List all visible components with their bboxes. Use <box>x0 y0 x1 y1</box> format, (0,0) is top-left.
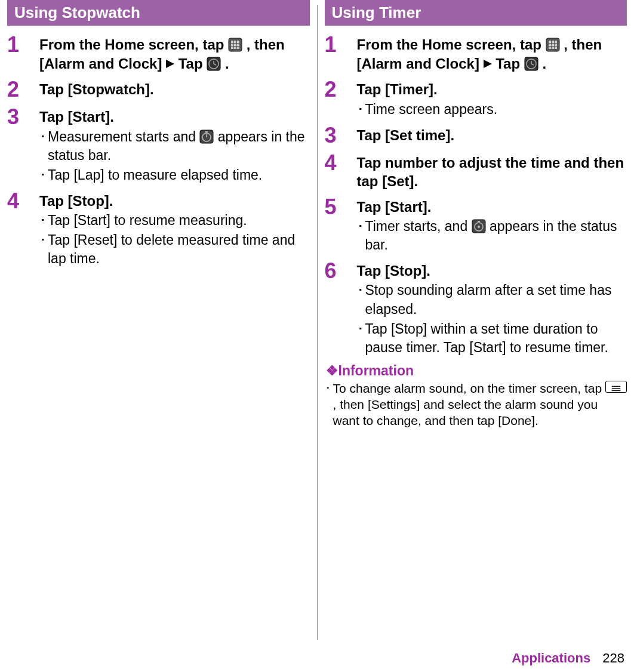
svg-rect-26 <box>549 47 551 49</box>
step-number: 1 <box>7 34 39 56</box>
arrow-right-icon <box>484 54 492 72</box>
step-sub: Measurement starts and appears in the st… <box>39 128 310 165</box>
information-text: To change alarm sound, on the timer scre… <box>325 380 627 429</box>
left-column: Using Stopwatch 1 From the Home screen, … <box>0 0 317 645</box>
step-sub: Timer starts, and appears in the status … <box>357 217 627 254</box>
step-number: 3 <box>7 106 39 128</box>
step: 2 Tap [Timer]. Time screen appears. <box>325 79 627 118</box>
step: 1 From the Home screen, tap , then [Alar… <box>7 34 310 73</box>
svg-rect-21 <box>552 41 554 43</box>
section-title-timer: Using Timer <box>325 0 627 26</box>
timer-statusbar-icon <box>472 219 486 233</box>
step-main: From the Home screen, tap , then [Alarm … <box>39 35 310 73</box>
step: 2 Tap [Stopwatch]. <box>7 79 310 100</box>
svg-point-36 <box>478 226 480 228</box>
step-main: Tap number to adjust the time and then t… <box>357 153 627 190</box>
step-sub: Time screen appears. <box>357 100 627 119</box>
svg-rect-27 <box>552 47 554 49</box>
step-number: 1 <box>325 34 357 56</box>
step: 3 Tap [Start]. Measurement starts and ap… <box>7 106 310 184</box>
step-sub: Tap [Start] to resume measuring. <box>39 211 310 230</box>
right-column: Using Timer 1 From the Home screen, tap … <box>318 0 635 645</box>
svg-rect-3 <box>237 41 239 43</box>
step: 5 Tap [Start]. Timer starts, and appears… <box>325 196 627 254</box>
svg-rect-22 <box>555 41 557 43</box>
step-main: Tap [Set time]. <box>357 126 627 144</box>
arrow-right-icon <box>166 54 174 72</box>
step-sub: Tap [Reset] to delete measured time and … <box>39 231 310 268</box>
svg-rect-37 <box>478 221 480 222</box>
step: 3 Tap [Set time]. <box>325 125 627 146</box>
clock-icon <box>207 57 221 71</box>
svg-rect-5 <box>234 44 236 46</box>
step-number: 6 <box>325 260 357 282</box>
svg-rect-24 <box>552 44 554 46</box>
svg-rect-28 <box>555 47 557 49</box>
clock-icon <box>524 57 538 71</box>
information-heading: ❖Information <box>326 363 627 379</box>
svg-rect-23 <box>549 44 551 46</box>
step: 6 Tap [Stop]. Stop sounding alarm after … <box>325 260 627 356</box>
step-sub: Tap [Lap] to measure elapsed time. <box>39 166 310 184</box>
step-number: 2 <box>7 79 39 100</box>
step-main: From the Home screen, tap , then [Alarm … <box>357 35 627 73</box>
section-title-stopwatch: Using Stopwatch <box>7 0 310 26</box>
step-main: Tap [Stop]. <box>357 261 627 280</box>
svg-marker-10 <box>166 60 174 68</box>
apps-grid-icon <box>228 38 242 52</box>
svg-rect-1 <box>231 41 233 43</box>
step-main: Tap [Start]. <box>39 107 310 126</box>
step-main: Tap [Stopwatch]. <box>39 80 310 98</box>
step: 4 Tap [Stop]. Tap [Start] to resume meas… <box>7 190 310 268</box>
page-footer: Applications 228 <box>0 645 634 672</box>
stopwatch-statusbar-icon <box>199 130 214 144</box>
svg-rect-7 <box>231 47 233 49</box>
svg-rect-20 <box>549 41 551 43</box>
svg-rect-6 <box>237 44 239 46</box>
step-number: 5 <box>325 196 357 218</box>
step-number: 3 <box>325 125 357 146</box>
step-main: Tap [Stop]. <box>39 192 310 210</box>
svg-rect-4 <box>231 44 233 46</box>
apps-grid-icon <box>546 38 560 52</box>
svg-rect-2 <box>234 41 236 43</box>
step-number: 4 <box>325 152 357 174</box>
footer-section: Applications <box>512 651 590 665</box>
step: 1 From the Home screen, tap , then [Alar… <box>325 34 627 73</box>
menu-key-icon <box>605 381 627 393</box>
svg-rect-17 <box>205 131 208 132</box>
step-number: 2 <box>325 79 357 100</box>
svg-rect-25 <box>555 44 557 46</box>
step-sub: Stop sounding alarm after a set time has… <box>357 281 627 318</box>
step-number: 4 <box>7 190 39 212</box>
step-sub: Tap [Stop] within a set time duration to… <box>357 320 627 357</box>
svg-marker-29 <box>484 60 492 68</box>
svg-rect-8 <box>234 47 236 49</box>
svg-rect-9 <box>237 47 239 49</box>
footer-page-number: 228 <box>602 651 624 665</box>
step-main: Tap [Start]. <box>357 198 627 216</box>
step-main: Tap [Timer]. <box>357 80 627 98</box>
step: 4 Tap number to adjust the time and then… <box>325 152 627 190</box>
